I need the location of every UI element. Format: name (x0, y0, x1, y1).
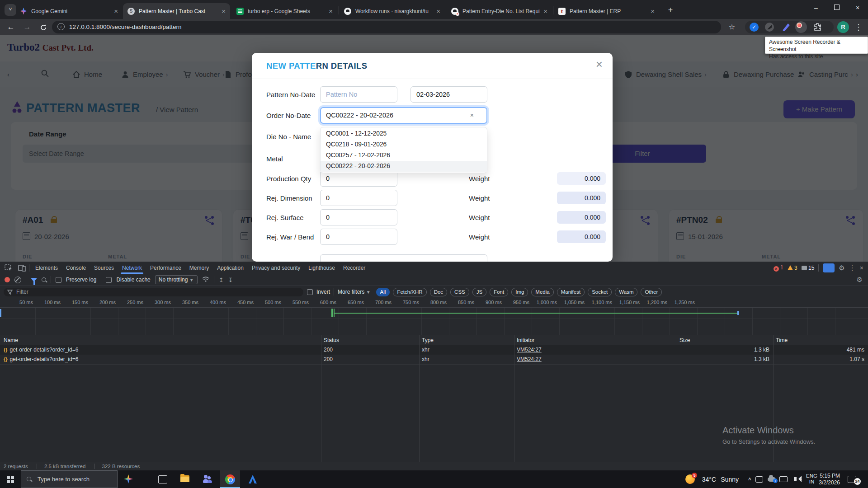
tray-chevron-up-icon[interactable]: ˄ (748, 476, 751, 483)
devtools-tab-console[interactable]: Console (62, 262, 90, 274)
window-close-button[interactable]: × (847, 0, 868, 16)
dropdown-option[interactable]: QC0001 - 12-12-2025 (321, 128, 487, 139)
network-filter-box[interactable] (4, 288, 303, 296)
rej-surface-input[interactable] (320, 209, 397, 225)
screen-recorder-extension-icon[interactable] (797, 23, 802, 28)
filter-chip-media[interactable]: Media (531, 288, 553, 296)
extensions-puzzle-icon[interactable] (813, 22, 822, 33)
device-frame-button[interactable] (823, 263, 835, 272)
tab-close-icon[interactable]: × (329, 7, 333, 15)
reload-button[interactable] (37, 21, 50, 33)
throttling-select[interactable]: No throttling ▼ (155, 275, 198, 284)
devtools-tab-privacy[interactable]: Privacy and security (248, 262, 304, 274)
pattern-date-input[interactable] (410, 86, 487, 103)
browser-tab-workflow-runs[interactable]: Workflow runs · nisargkhunt/tu × (340, 3, 445, 19)
address-bar[interactable]: i127.0.0.1:8000/secure-dashboard/pattern (52, 21, 721, 33)
dropdown-option-highlighted[interactable]: QC00222 - 20-02-2026 (321, 161, 487, 172)
tab-close-icon[interactable]: × (651, 7, 655, 15)
browser-tab-sheets[interactable]: turbo erp - Google Sheets × (232, 3, 337, 19)
filter-chip-all[interactable]: All (376, 288, 390, 296)
devtools-tab-performance[interactable]: Performance (146, 262, 185, 274)
site-info-icon[interactable]: i (57, 23, 65, 30)
weather-condition[interactable]: Sunny (721, 476, 739, 483)
tab-close-icon[interactable]: × (114, 7, 118, 15)
column-header-name[interactable]: Name (4, 335, 18, 345)
filter-chip-css[interactable]: CSS (450, 288, 469, 296)
modal-close-icon[interactable]: × (596, 58, 603, 70)
invert-checkbox[interactable] (307, 289, 313, 295)
taskbar-clock[interactable]: 5:15 PM 3/2/2026 (819, 473, 840, 486)
console-warnings-badge[interactable]: 3 (788, 265, 797, 271)
tab-close-icon[interactable]: × (543, 7, 547, 15)
chrome-taskbar-button[interactable] (220, 470, 240, 488)
inspect-element-icon[interactable] (5, 264, 14, 272)
filter-chip-wasm[interactable]: Wasm (615, 288, 637, 296)
filter-chip-manifest[interactable]: Manifest (557, 288, 585, 296)
filter-chip-socket[interactable]: Socket (588, 288, 612, 296)
task-view-button[interactable] (152, 470, 172, 488)
window-maximize-button[interactable] (826, 0, 847, 16)
column-header-status[interactable]: Status (324, 335, 339, 345)
rej-war-bend-input[interactable] (320, 229, 397, 245)
devtools-settings-gear-icon[interactable]: ⚙ (839, 264, 844, 272)
devtools-tab-elements[interactable]: Elements (31, 262, 62, 274)
extension-check-icon[interactable]: ✓ (750, 23, 759, 32)
tab-close-icon[interactable]: × (436, 7, 440, 15)
filter-chip-font[interactable]: Font (490, 288, 508, 296)
start-button[interactable] (0, 470, 21, 488)
back-button[interactable]: ← (5, 21, 17, 33)
extension-dark-icon[interactable] (765, 23, 774, 32)
network-search-icon[interactable] (42, 277, 46, 282)
browser-tab-pattern-master-active[interactable]: S Pattern Master | Turbo Cast × (123, 3, 230, 19)
network-filter-funnel-icon[interactable] (31, 278, 37, 282)
devtools-tab-recorder[interactable]: Recorder (339, 262, 369, 274)
bookmark-star-icon[interactable]: ☆ (726, 21, 738, 33)
browser-menu-kebab-icon[interactable]: ⋮ (853, 21, 864, 33)
window-minimize-button[interactable]: – (806, 0, 826, 16)
devtools-tab-memory[interactable]: Memory (185, 262, 213, 274)
tab-close-icon[interactable]: × (222, 7, 226, 15)
column-header-type[interactable]: Type (422, 335, 434, 345)
more-filters-dropdown[interactable]: More filters ▼ (338, 289, 371, 295)
new-tab-button[interactable]: + (665, 5, 676, 16)
network-overview-timeline[interactable]: 50 ms100 ms150 ms200 ms250 ms300 ms350 m… (0, 298, 868, 336)
disable-cache-checkbox[interactable] (106, 277, 112, 283)
initiator-link[interactable]: VM524:27 (517, 355, 542, 364)
tab-search-button[interactable]: ˅ (5, 4, 16, 16)
order-clear-icon[interactable]: × (470, 108, 474, 123)
network-filter-input[interactable] (15, 288, 288, 296)
browser-tab-pattern-entry[interactable]: × Pattern Entry-Die No. List Requi × (447, 3, 552, 19)
clear-network-log-icon[interactable] (14, 277, 21, 283)
weather-temp[interactable]: 34°C (702, 476, 716, 483)
import-har-icon[interactable]: ↥ (219, 277, 224, 283)
network-request-row[interactable]: {}get-order-details?order_id=6 200 xhr V… (0, 345, 868, 355)
pattern-no-input[interactable] (320, 86, 397, 103)
profile-avatar[interactable]: R (837, 21, 849, 33)
network-settings-gear-icon[interactable]: ⚙ (857, 276, 863, 284)
devtools-tab-sources[interactable]: Sources (90, 262, 118, 274)
speaker-muted-icon[interactable] (794, 477, 797, 481)
devtools-close-icon[interactable]: × (860, 264, 863, 272)
next-row-partial-input[interactable] (320, 254, 487, 262)
filter-chip-doc[interactable]: Doc (430, 288, 447, 296)
dropdown-option[interactable]: QC00257 - 12-02-2026 (321, 150, 487, 161)
browser-tab-pattern-master-erp[interactable]: t Pattern Master | ERP × (554, 3, 659, 19)
onedrive-cloud-icon[interactable]: i (768, 477, 776, 482)
column-header-size[interactable]: Size (679, 335, 690, 345)
filter-chip-fetch-xhr[interactable]: Fetch/XHR (393, 288, 426, 296)
rej-dimension-input[interactable] (320, 190, 397, 206)
record-network-log-button[interactable] (5, 277, 10, 282)
devtools-kebab-menu-icon[interactable]: ⋮ (849, 264, 856, 272)
blue-app-button[interactable] (243, 470, 263, 488)
language-indicator[interactable]: ENGIN (806, 473, 817, 485)
device-toolbar-icon[interactable] (18, 264, 27, 272)
order-no-combobox[interactable]: QC00222 - 20-02-2026 × (320, 107, 487, 124)
forward-button[interactable]: → (21, 21, 33, 33)
initiator-link[interactable]: VM524:27 (517, 345, 542, 355)
column-header-initiator[interactable]: Initiator (517, 335, 534, 345)
file-explorer-button[interactable] (175, 470, 195, 488)
network-request-row[interactable]: {}get-order-details?order_id=6 200 xhr V… (0, 355, 868, 365)
taskbar-search-box[interactable]: Type here to search (21, 470, 118, 488)
filter-chip-other[interactable]: Other (641, 288, 662, 296)
dropdown-option[interactable]: QC0218 - 09-01-2026 (321, 139, 487, 150)
